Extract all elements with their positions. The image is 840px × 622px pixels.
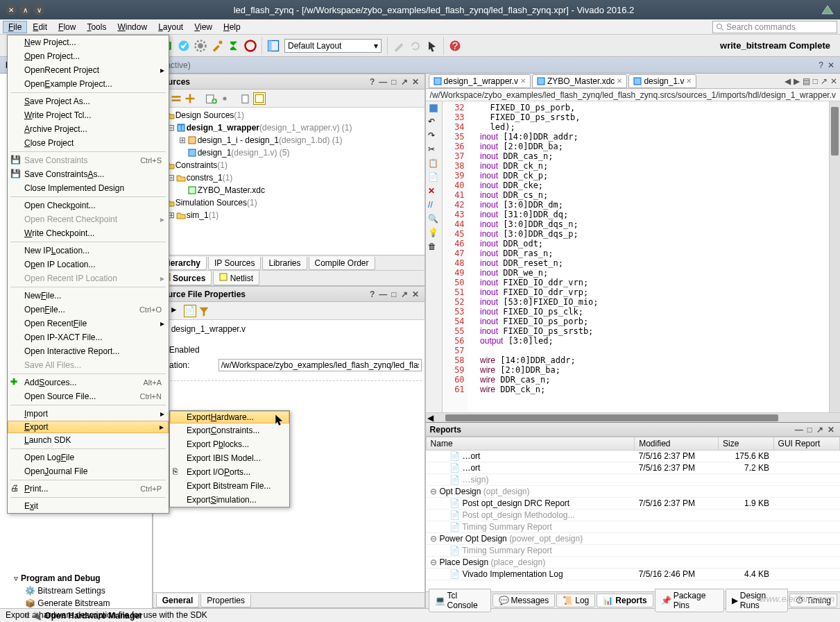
editor-tab[interactable]: ZYBO_Master.xdc✕ [532, 74, 627, 88]
find-icon[interactable]: 🔍 [428, 214, 439, 225]
tree-row[interactable]: ⊟⊤ design_1_wrapper (design_1_wrapper.v)… [153, 121, 425, 134]
close-icon[interactable]: ✕ [411, 77, 420, 87]
tab-reports[interactable]: 📊Reports [597, 594, 653, 607]
gear-icon[interactable] [194, 39, 207, 53]
comment-icon[interactable]: // [428, 200, 439, 211]
maximize-window-icon[interactable]: ∨ [33, 4, 44, 15]
menuitem-open-file-[interactable]: Open File...Ctrl+O [8, 303, 169, 317]
minimize-icon[interactable]: — [377, 289, 388, 299]
sigma-icon[interactable] [227, 39, 241, 53]
save-icon[interactable] [428, 103, 439, 114]
menuitem-export-pblocks-[interactable]: Export Pblocks... [170, 437, 289, 451]
editor-tab[interactable]: design_1_wrapper.v✕ [429, 74, 531, 88]
tab-messages[interactable]: 💬Messages [492, 594, 556, 607]
menuitem-print-[interactable]: 🖨Print...Ctrl+P [8, 482, 169, 496]
tab-package-pins[interactable]: 📌Package Pins [655, 589, 724, 612]
undo-icon[interactable]: ↶ [428, 117, 439, 128]
trash-icon[interactable]: 🗑 [428, 242, 439, 253]
column-header[interactable]: GUI Report [773, 437, 839, 451]
menuitem-export[interactable]: Export▸ [8, 421, 169, 433]
tree-row[interactable]: design_1 (design_1.v) (5) [153, 146, 425, 159]
fwd-icon[interactable]: ► [170, 305, 182, 317]
expand-icon[interactable] [184, 92, 196, 105]
table-row[interactable]: 📄 Vivado Implementation Log7/5/16 2:46 P… [426, 569, 839, 580]
table-row[interactable]: 📄 Timing Summary Report [426, 545, 839, 557]
view-icon[interactable] [253, 92, 266, 105]
sources-tree[interactable]: ⊟ Design Sources (1)⊟⊤ design_1_wrapper … [153, 108, 425, 255]
menuitem-open-example-project-[interactable]: Open Example Project... [8, 77, 169, 91]
delete-icon[interactable]: ✕ [428, 186, 439, 197]
menuitem-open-ip-xact-file-[interactable]: Open IP-XACT File... [8, 330, 169, 344]
menu-window[interactable]: Window [112, 21, 153, 33]
menuitem-export-simulation-[interactable]: Export Simulation... [170, 493, 289, 507]
tab-netlist[interactable]: Netlist [213, 271, 259, 285]
vertical-scrollbar[interactable] [829, 101, 840, 412]
tools-icon[interactable] [210, 39, 224, 53]
menuitem-close-project[interactable]: Close Project [8, 136, 169, 150]
restore-icon[interactable]: ↗ [821, 76, 828, 86]
menuitem-save-constraints-as-[interactable]: 💾Save Constraints As... [8, 167, 169, 181]
location-field[interactable] [218, 359, 422, 371]
tab-libraries[interactable]: Libraries [262, 257, 307, 270]
menu-tools[interactable]: Tools [81, 21, 112, 33]
table-row[interactable]: 📄 Timing Summary Report [426, 521, 839, 533]
prev-tab-icon[interactable]: ◀ [785, 76, 791, 86]
help-icon[interactable]: ? [368, 77, 376, 87]
bulb-icon[interactable]: 💡 [428, 228, 439, 239]
maximize-icon[interactable]: □ [390, 289, 397, 299]
table-row[interactable]: ⊖ Opt Design (opt_design) [426, 486, 839, 498]
editor-tab[interactable]: design_1.v✕ [628, 74, 696, 88]
maximize-icon[interactable]: □ [806, 425, 814, 435]
doc-icon[interactable]: 📄 [184, 305, 196, 317]
pointer-icon[interactable] [425, 39, 439, 53]
close-icon[interactable]: ✕ [830, 76, 837, 86]
menuitem-open-interactive-report-[interactable]: Open Interactive Report... [8, 344, 169, 358]
export-submenu[interactable]: Export Hardware...Export Constraints...E… [169, 410, 290, 507]
close-icon[interactable]: ✕ [411, 289, 420, 299]
code-editor[interactable]: FIXED_IO_ps_porb, FIXED_IO_ps_srstb, led… [468, 101, 829, 412]
close-window-icon[interactable]: ✕ [6, 4, 17, 15]
layout-select[interactable]: Default Layout ▾ [284, 39, 382, 53]
add-sources-icon[interactable] [205, 92, 217, 105]
help-icon[interactable]: ? [818, 60, 823, 70]
paste-icon[interactable]: 📄 [428, 172, 439, 183]
reports-table[interactable]: NameModifiedSizeGUI Report 📄 …ort7/5/16 … [426, 437, 840, 591]
tab-general[interactable]: General [156, 594, 200, 607]
tree-row[interactable]: ⊟ Constraints (1) [153, 159, 425, 171]
table-row[interactable]: ⊖ Place Design (place_design) [426, 557, 839, 569]
menuitem-new-ip-location-[interactable]: New IP Location... [8, 244, 169, 258]
maximize-icon[interactable]: □ [813, 76, 818, 86]
cut-icon[interactable]: ✂ [428, 144, 439, 156]
menu-view[interactable]: View [189, 21, 218, 33]
cancel-icon[interactable] [243, 39, 257, 53]
close-icon[interactable]: ✕ [828, 60, 834, 70]
menuitem-open-ip-location-[interactable]: Open IP Location... [8, 258, 169, 271]
layout-icon[interactable] [266, 39, 280, 53]
menuitem-export-ibis-model-[interactable]: Export IBIS Model... [170, 451, 289, 465]
gear-icon[interactable] [218, 92, 231, 105]
menuitem-export-constraints-[interactable]: Export Constraints... [170, 423, 289, 437]
help-icon[interactable]: ? [448, 39, 462, 53]
close-icon[interactable]: ✕ [617, 77, 622, 85]
tab-compile-order[interactable]: Compile Order [309, 257, 375, 270]
menuitem-open-project-[interactable]: Open Project... [8, 49, 169, 63]
flow-item[interactable]: ▿ Program and Debug [6, 572, 158, 585]
menuitem-export-bitstream-file-[interactable]: Export Bitstream File... [170, 479, 289, 493]
menuitem-import[interactable]: Import▸ [8, 407, 169, 421]
tree-row[interactable]: ZYBO_Master.xdc [153, 184, 425, 196]
menuitem-close-implemented-design[interactable]: Close Implemented Design [8, 181, 169, 195]
horizontal-scrollbar[interactable]: ◀ [426, 412, 840, 422]
column-header[interactable]: Modified [635, 437, 719, 451]
refresh-icon[interactable] [409, 39, 422, 53]
minimize-icon[interactable]: — [794, 425, 805, 435]
tree-row[interactable]: ⊟ constrs_1 (1) [153, 171, 425, 184]
funnel-icon[interactable] [198, 305, 210, 317]
menuitem-export-hardware-[interactable]: Export Hardware... [170, 411, 289, 423]
restore-icon[interactable]: ↗ [400, 77, 409, 87]
tree-row[interactable]: ⊞ design_1_i - design_1 (design_1.bd) (1… [153, 134, 425, 146]
tree-row[interactable]: ⊟ Design Sources (1) [153, 109, 425, 121]
restore-icon[interactable]: ↗ [815, 425, 825, 435]
menuitem-open-journal-file[interactable]: Open Journal File [8, 464, 169, 478]
menu-edit[interactable]: Edit [27, 21, 53, 33]
menuitem-write-project-tcl-[interactable]: Write Project Tcl... [8, 108, 169, 122]
